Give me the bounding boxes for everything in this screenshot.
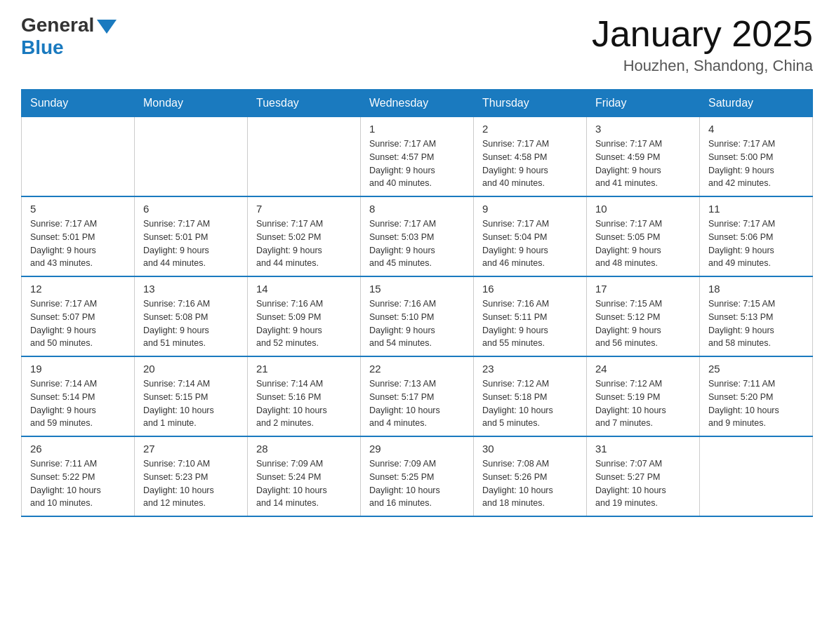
calendar-day-30: 30Sunrise: 7:08 AM Sunset: 5:26 PM Dayli… [474, 436, 587, 516]
day-info: Sunrise: 7:17 AM Sunset: 5:04 PM Dayligh… [482, 217, 578, 270]
calendar-day-9: 9Sunrise: 7:17 AM Sunset: 5:04 PM Daylig… [474, 196, 587, 276]
logo-general-text: General [21, 14, 94, 36]
calendar-day-8: 8Sunrise: 7:17 AM Sunset: 5:03 PM Daylig… [361, 196, 474, 276]
day-number: 3 [595, 123, 691, 135]
day-info: Sunrise: 7:17 AM Sunset: 5:07 PM Dayligh… [30, 297, 126, 350]
day-number: 28 [256, 443, 352, 455]
page-header: General Blue January 2025 Houzhen, Shand… [21, 14, 813, 75]
calendar-day-21: 21Sunrise: 7:14 AM Sunset: 5:16 PM Dayli… [248, 356, 361, 436]
day-info: Sunrise: 7:15 AM Sunset: 5:12 PM Dayligh… [595, 297, 691, 350]
day-info: Sunrise: 7:12 AM Sunset: 5:19 PM Dayligh… [595, 377, 691, 430]
calendar-week-row: 1Sunrise: 7:17 AM Sunset: 4:57 PM Daylig… [22, 117, 813, 197]
calendar-subtitle: Houzhen, Shandong, China [592, 57, 813, 75]
day-info: Sunrise: 7:09 AM Sunset: 5:24 PM Dayligh… [256, 457, 352, 510]
day-number: 1 [369, 123, 465, 135]
day-info: Sunrise: 7:17 AM Sunset: 5:06 PM Dayligh… [708, 217, 804, 270]
day-info: Sunrise: 7:17 AM Sunset: 4:59 PM Dayligh… [595, 137, 691, 190]
day-info: Sunrise: 7:16 AM Sunset: 5:08 PM Dayligh… [143, 297, 239, 350]
day-number: 24 [595, 363, 691, 375]
day-number: 4 [708, 123, 804, 135]
day-info: Sunrise: 7:17 AM Sunset: 5:00 PM Dayligh… [708, 137, 804, 190]
day-number: 29 [369, 443, 465, 455]
day-info: Sunrise: 7:17 AM Sunset: 5:03 PM Dayligh… [369, 217, 465, 270]
day-info: Sunrise: 7:17 AM Sunset: 5:01 PM Dayligh… [143, 217, 239, 270]
day-number: 14 [256, 283, 352, 295]
day-number: 2 [482, 123, 578, 135]
calendar-day-12: 12Sunrise: 7:17 AM Sunset: 5:07 PM Dayli… [22, 276, 135, 356]
calendar-week-row: 5Sunrise: 7:17 AM Sunset: 5:01 PM Daylig… [22, 196, 813, 276]
title-area: January 2025 Houzhen, Shandong, China [592, 14, 813, 75]
day-info: Sunrise: 7:17 AM Sunset: 4:58 PM Dayligh… [482, 137, 578, 190]
calendar-week-row: 19Sunrise: 7:14 AM Sunset: 5:14 PM Dayli… [22, 356, 813, 436]
day-number: 6 [143, 203, 239, 215]
day-number: 30 [482, 443, 578, 455]
calendar-week-row: 26Sunrise: 7:11 AM Sunset: 5:22 PM Dayli… [22, 436, 813, 516]
calendar-day-24: 24Sunrise: 7:12 AM Sunset: 5:19 PM Dayli… [587, 356, 700, 436]
day-info: Sunrise: 7:10 AM Sunset: 5:23 PM Dayligh… [143, 457, 239, 510]
logo-blue-text: Blue [21, 36, 117, 59]
calendar-day-6: 6Sunrise: 7:17 AM Sunset: 5:01 PM Daylig… [135, 196, 248, 276]
calendar-day-27: 27Sunrise: 7:10 AM Sunset: 5:23 PM Dayli… [135, 436, 248, 516]
logo-triangle-icon [97, 20, 117, 34]
calendar-day-18: 18Sunrise: 7:15 AM Sunset: 5:13 PM Dayli… [700, 276, 813, 356]
day-number: 23 [482, 363, 578, 375]
calendar-day-1: 1Sunrise: 7:17 AM Sunset: 4:57 PM Daylig… [361, 117, 474, 197]
calendar-empty-cell [248, 117, 361, 197]
day-info: Sunrise: 7:14 AM Sunset: 5:16 PM Dayligh… [256, 377, 352, 430]
day-number: 22 [369, 363, 465, 375]
weekday-header-thursday: Thursday [474, 90, 587, 117]
calendar-empty-cell [135, 117, 248, 197]
weekday-header-tuesday: Tuesday [248, 90, 361, 117]
day-number: 31 [595, 443, 691, 455]
day-info: Sunrise: 7:12 AM Sunset: 5:18 PM Dayligh… [482, 377, 578, 430]
calendar-day-19: 19Sunrise: 7:14 AM Sunset: 5:14 PM Dayli… [22, 356, 135, 436]
day-number: 16 [482, 283, 578, 295]
day-info: Sunrise: 7:13 AM Sunset: 5:17 PM Dayligh… [369, 377, 465, 430]
day-number: 20 [143, 363, 239, 375]
calendar-day-3: 3Sunrise: 7:17 AM Sunset: 4:59 PM Daylig… [587, 117, 700, 197]
day-number: 9 [482, 203, 578, 215]
calendar-day-4: 4Sunrise: 7:17 AM Sunset: 5:00 PM Daylig… [700, 117, 813, 197]
day-info: Sunrise: 7:16 AM Sunset: 5:11 PM Dayligh… [482, 297, 578, 350]
day-info: Sunrise: 7:15 AM Sunset: 5:13 PM Dayligh… [708, 297, 804, 350]
day-number: 27 [143, 443, 239, 455]
weekday-header-sunday: Sunday [22, 90, 135, 117]
calendar-day-28: 28Sunrise: 7:09 AM Sunset: 5:24 PM Dayli… [248, 436, 361, 516]
calendar-day-26: 26Sunrise: 7:11 AM Sunset: 5:22 PM Dayli… [22, 436, 135, 516]
day-info: Sunrise: 7:09 AM Sunset: 5:25 PM Dayligh… [369, 457, 465, 510]
calendar-day-23: 23Sunrise: 7:12 AM Sunset: 5:18 PM Dayli… [474, 356, 587, 436]
calendar-day-11: 11Sunrise: 7:17 AM Sunset: 5:06 PM Dayli… [700, 196, 813, 276]
day-number: 15 [369, 283, 465, 295]
day-number: 8 [369, 203, 465, 215]
weekday-header-friday: Friday [587, 90, 700, 117]
day-number: 13 [143, 283, 239, 295]
weekday-header-wednesday: Wednesday [361, 90, 474, 117]
day-number: 10 [595, 203, 691, 215]
day-info: Sunrise: 7:17 AM Sunset: 5:05 PM Dayligh… [595, 217, 691, 270]
day-info: Sunrise: 7:17 AM Sunset: 4:57 PM Dayligh… [369, 137, 465, 190]
calendar-day-14: 14Sunrise: 7:16 AM Sunset: 5:09 PM Dayli… [248, 276, 361, 356]
day-number: 5 [30, 203, 126, 215]
day-info: Sunrise: 7:16 AM Sunset: 5:10 PM Dayligh… [369, 297, 465, 350]
calendar-week-row: 12Sunrise: 7:17 AM Sunset: 5:07 PM Dayli… [22, 276, 813, 356]
calendar-day-15: 15Sunrise: 7:16 AM Sunset: 5:10 PM Dayli… [361, 276, 474, 356]
calendar-table: SundayMondayTuesdayWednesdayThursdayFrid… [21, 89, 813, 517]
calendar-day-29: 29Sunrise: 7:09 AM Sunset: 5:25 PM Dayli… [361, 436, 474, 516]
calendar-day-7: 7Sunrise: 7:17 AM Sunset: 5:02 PM Daylig… [248, 196, 361, 276]
day-number: 11 [708, 203, 804, 215]
day-number: 7 [256, 203, 352, 215]
calendar-day-31: 31Sunrise: 7:07 AM Sunset: 5:27 PM Dayli… [587, 436, 700, 516]
day-info: Sunrise: 7:16 AM Sunset: 5:09 PM Dayligh… [256, 297, 352, 350]
weekday-header-saturday: Saturday [700, 90, 813, 117]
calendar-day-22: 22Sunrise: 7:13 AM Sunset: 5:17 PM Dayli… [361, 356, 474, 436]
day-number: 26 [30, 443, 126, 455]
day-number: 12 [30, 283, 126, 295]
calendar-day-25: 25Sunrise: 7:11 AM Sunset: 5:20 PM Dayli… [700, 356, 813, 436]
day-info: Sunrise: 7:11 AM Sunset: 5:22 PM Dayligh… [30, 457, 126, 510]
calendar-day-2: 2Sunrise: 7:17 AM Sunset: 4:58 PM Daylig… [474, 117, 587, 197]
calendar-title: January 2025 [592, 14, 813, 54]
calendar-day-17: 17Sunrise: 7:15 AM Sunset: 5:12 PM Dayli… [587, 276, 700, 356]
day-number: 19 [30, 363, 126, 375]
day-info: Sunrise: 7:17 AM Sunset: 5:01 PM Dayligh… [30, 217, 126, 270]
logo: General Blue [21, 14, 117, 59]
